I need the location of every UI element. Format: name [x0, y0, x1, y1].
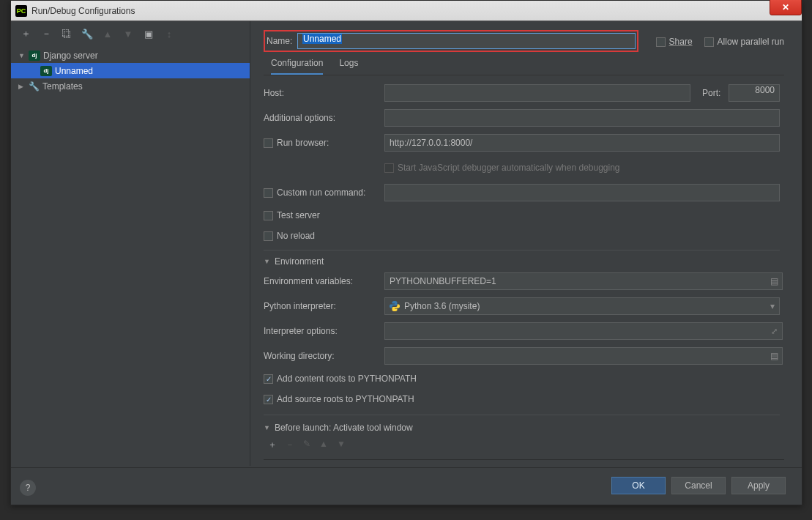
name-highlight-box: Name: Unnamed [264, 30, 638, 52]
add-content-checkbox[interactable]: Add content roots to PYTHONPATH [264, 374, 417, 384]
interp-opts-input[interactable] [384, 322, 783, 340]
footer-separator [11, 467, 802, 468]
sort-icon[interactable]: ↕ [163, 28, 175, 40]
tabs: Configuration Logs [264, 58, 784, 75]
add-icon[interactable]: ＋ [268, 439, 277, 451]
browse-icon[interactable]: ▤ [768, 351, 780, 361]
host-label: Host: [264, 88, 384, 98]
remove-icon[interactable]: － [40, 28, 52, 40]
up-icon[interactable]: ▲ [102, 28, 113, 40]
browse-icon[interactable]: ▤ [768, 276, 780, 286]
copy-icon[interactable]: ⿻ [61, 28, 72, 40]
share-options: Share Allow parallel run [656, 37, 784, 47]
no-reload-checkbox[interactable]: No reload [264, 231, 315, 241]
add-source-checkbox[interactable]: Add source roots to PYTHONPATH [264, 394, 414, 404]
tree-label: Django server [43, 51, 98, 61]
help-button[interactable]: ? [20, 480, 36, 496]
up-icon[interactable]: ▲ [319, 439, 328, 451]
tree-label: Templates [42, 81, 83, 92]
tree-django-server[interactable]: ▼ dj Django server [11, 48, 250, 63]
caret-down-icon: ▼ [264, 258, 270, 265]
checkbox-checked-icon [264, 395, 273, 404]
before-launch-header[interactable]: ▼ Before launch: Activate tool window [264, 415, 780, 433]
main-panel: Name: Unnamed Share Allow parallel run C… [250, 21, 802, 466]
add-icon[interactable]: ＋ [20, 28, 31, 40]
tree-templates[interactable]: ▶ 🔧 Templates [11, 78, 250, 94]
interpreter-label: Python interpreter: [264, 301, 384, 311]
config-tree: ▼ dj Django server dj Unnamed ▶ 🔧 Templa… [11, 46, 250, 466]
sidebar-toolbar: ＋ － ⿻ 🔧 ▲ ▼ ▣ ↕ [11, 21, 250, 46]
remove-icon[interactable]: － [286, 439, 294, 451]
wrench-icon[interactable]: 🔧 [81, 28, 93, 40]
sidebar: ＋ － ⿻ 🔧 ▲ ▼ ▣ ↕ ▼ dj Django server dj Un… [11, 21, 250, 466]
checkbox-checked-icon [264, 374, 273, 384]
django-icon: dj [40, 66, 52, 76]
checkbox-icon [656, 37, 666, 47]
env-vars-input[interactable]: PYTHONUNBUFFERED=1 [384, 272, 783, 290]
before-launch-toolbar: ＋ － ✎ ▲ ▼ [264, 439, 780, 451]
host-input[interactable] [384, 84, 690, 102]
checkbox-icon [704, 37, 714, 47]
run-browser-checkbox[interactable]: Run browser: [264, 138, 384, 148]
checkbox-icon [264, 211, 273, 220]
interp-opts-label: Interpreter options: [264, 326, 384, 336]
window-close-button[interactable]: ✕ [770, 0, 802, 15]
tab-logs[interactable]: Logs [339, 58, 358, 75]
dialog-body: ＋ － ⿻ 🔧 ▲ ▼ ▣ ↕ ▼ dj Django server dj Un… [11, 21, 802, 466]
checkbox-icon [264, 231, 273, 241]
name-input[interactable]: Unnamed [297, 33, 636, 49]
before-launch-section: ▼ Before launch: Activate tool window ＋ … [264, 415, 780, 460]
name-label: Name: [267, 36, 297, 46]
cancel-button[interactable]: Cancel [671, 477, 726, 494]
env-section-header[interactable]: ▼ Environment [264, 250, 780, 267]
titlebar[interactable]: PC Run/Debug Configurations ✕ [11, 1, 802, 21]
caret-right-icon: ▶ [18, 83, 26, 90]
dialog-title: Run/Debug Configurations [31, 6, 135, 16]
ok-button[interactable]: OK [611, 477, 666, 494]
parallel-checkbox[interactable]: Allow parallel run [704, 37, 784, 47]
additional-input[interactable] [384, 109, 780, 127]
caret-down-icon: ▼ [18, 52, 26, 59]
additional-label: Additional options: [264, 113, 384, 123]
folder-move-icon[interactable]: ▣ [143, 28, 154, 40]
edit-icon[interactable]: ✎ [303, 439, 310, 451]
checkbox-icon [264, 188, 273, 198]
before-launch-empty: There are no tasks to run before launch [264, 456, 780, 460]
down-icon[interactable]: ▼ [337, 439, 346, 451]
port-label: Port: [702, 88, 729, 98]
custom-cmd-checkbox[interactable]: Custom run command: [264, 187, 384, 198]
tab-configuration[interactable]: Configuration [271, 58, 323, 75]
django-icon: dj [29, 51, 40, 61]
interpreter-dropdown[interactable]: Python 3.6 (mysite) ▾ [384, 297, 780, 315]
env-vars-label: Environment variables: [264, 276, 384, 286]
dialog-buttons: OK Cancel Apply [611, 477, 786, 494]
share-checkbox[interactable]: Share [656, 37, 693, 47]
custom-cmd-input[interactable] [384, 184, 780, 201]
test-server-checkbox[interactable]: Test server [264, 210, 320, 220]
js-debug-checkbox: Start JavaScript debugger automatically … [384, 163, 620, 173]
pycharm-icon: PC [15, 5, 27, 17]
caret-down-icon: ▼ [264, 424, 270, 431]
config-form: Host: Port: 8000 Additional options: Run… [264, 83, 784, 460]
tree-label: Unnamed [55, 66, 93, 76]
tree-unnamed[interactable]: dj Unnamed [11, 63, 250, 78]
port-input[interactable]: 8000 [729, 84, 780, 102]
chevron-down-icon: ▾ [770, 301, 775, 311]
checkbox-icon [384, 163, 394, 173]
wrench-icon: 🔧 [29, 81, 40, 92]
down-icon[interactable]: ▼ [122, 28, 134, 40]
checkbox-icon [264, 138, 273, 148]
run-debug-dialog: PC Run/Debug Configurations ✕ ＋ － ⿻ 🔧 ▲ … [10, 0, 802, 505]
workdir-label: Working directory: [264, 351, 384, 361]
name-row: Name: Unnamed Share Allow parallel run [264, 33, 784, 51]
python-icon [390, 301, 400, 311]
expand-icon[interactable]: ⤢ [768, 327, 780, 336]
browser-url-input[interactable]: http://127.0.0.1:8000/ [384, 134, 780, 152]
apply-button[interactable]: Apply [731, 477, 786, 494]
workdir-input[interactable] [384, 347, 783, 365]
